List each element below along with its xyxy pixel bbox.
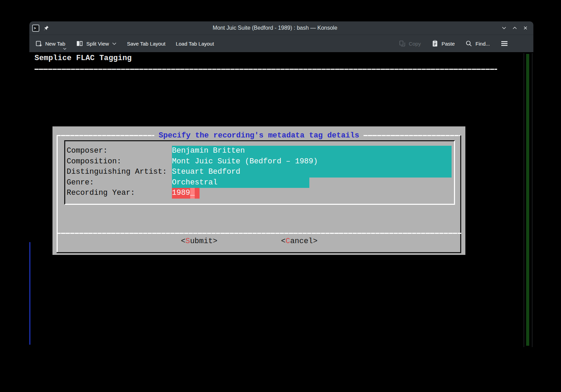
composer-field[interactable]: Benjamin Britten	[172, 146, 452, 156]
paste-button[interactable]: Paste	[431, 40, 455, 47]
form-row-composer: Composer: Benjamin Britten	[67, 146, 454, 156]
header-underline	[35, 69, 497, 70]
genre-label: Genre:	[67, 178, 172, 188]
genre-field[interactable]: Orchestral	[172, 178, 309, 188]
button-row-separator	[57, 233, 461, 234]
cancel-button[interactable]: <Cancel>	[281, 236, 318, 247]
konsole-window: > Mont Juic Suite (Bedford - 1989) : bas…	[29, 21, 533, 348]
chevron-down-icon minimize-button[interactable]	[501, 25, 507, 31]
app-icon[interactable]: >	[32, 25, 39, 32]
split-view-label: Split View	[86, 41, 109, 47]
find-label: Find...	[475, 41, 490, 47]
cancel-label-rest: ancel	[290, 237, 313, 246]
titlebar: > Mont Juic Suite (Bedford - 1989) : bas…	[29, 21, 533, 35]
submit-bracket-close: >	[213, 237, 217, 246]
toolbar: New Tab Split View Save Tab Layout Load …	[29, 35, 533, 52]
window-right-edge	[532, 53, 532, 347]
composition-field[interactable]: Mont Juic Suite (Bedford – 1989)	[172, 156, 452, 167]
recording-year-label: Recording Year:	[67, 188, 172, 199]
dialog-border-left	[57, 135, 58, 252]
text-cursor: _	[190, 188, 195, 199]
paste-icon	[431, 40, 439, 47]
scrollbar-track-border	[524, 53, 524, 347]
window-title: Mont Juic Suite (Bedford - 1989) : bash …	[49, 25, 501, 31]
save-tab-layout-label: Save Tab Layout	[127, 41, 165, 47]
close-icon close-button[interactable]	[522, 25, 529, 31]
split-view-button[interactable]: Split View	[76, 40, 117, 47]
save-tab-layout-button[interactable]: Save Tab Layout	[127, 41, 165, 47]
new-tab-icon	[35, 40, 42, 47]
pin-icon[interactable]	[43, 25, 49, 31]
copy-icon	[398, 40, 406, 47]
recording-year-field[interactable]: 1989_	[172, 188, 200, 199]
composition-label: Composition:	[67, 156, 172, 167]
copy-button[interactable]: Copy	[398, 40, 421, 47]
dialog-title: Specify the recording's metadata tag det…	[154, 131, 364, 140]
submit-hotkey: S	[185, 237, 190, 246]
new-tab-button[interactable]: New Tab	[35, 40, 65, 47]
dialog-border-bottom	[57, 252, 461, 253]
form-row-composition: Composition: Mont Juic Suite (Bedford – …	[67, 156, 454, 167]
dialog-border-right	[460, 135, 461, 252]
dialog-border-top-right	[364, 135, 461, 136]
recording-year-value: 1989	[172, 189, 190, 197]
hamburger-menu-icon	[500, 40, 509, 47]
distinguishing-artist-field[interactable]: Steuart Bedford	[172, 167, 452, 178]
form-row-genre: Genre: Orchestral	[67, 178, 454, 188]
find-button[interactable]: Find...	[465, 40, 490, 47]
search-icon	[465, 40, 473, 47]
new-tab-label: New Tab	[45, 41, 65, 47]
load-tab-layout-label: Load Tab Layout	[176, 41, 214, 47]
metadata-form: Composer: Benjamin Britten Composition: …	[64, 140, 455, 205]
cancel-bracket-open: <	[281, 237, 286, 246]
terminal-app-title: Semplice FLAC Tagging	[35, 54, 132, 63]
terminal-screen[interactable]: Semplice FLAC Tagging Specify the record…	[29, 52, 533, 348]
dialog-title-row: Specify the recording's metadata tag det…	[57, 131, 461, 140]
split-view-icon	[76, 40, 84, 47]
scrollbar-thumb[interactable]	[526, 54, 529, 346]
submit-bracket-open: <	[181, 237, 185, 246]
form-row-recording-year: Recording Year: 1989_	[67, 188, 454, 199]
dialog-border-top-left	[57, 135, 154, 136]
copy-label: Copy	[409, 41, 421, 47]
chevron-up-icon maximize-button[interactable]	[512, 25, 518, 31]
paste-label: Paste	[442, 41, 455, 47]
left-edge-accent-line	[29, 242, 30, 345]
distinguishing-artist-label: Distinguishing Artist:	[67, 167, 172, 178]
metadata-dialog: Specify the recording's metadata tag det…	[52, 126, 465, 255]
cancel-bracket-close: >	[313, 237, 317, 246]
composer-label: Composer:	[67, 146, 172, 156]
form-row-distinguishing-artist: Distinguishing Artist: Steuart Bedford	[67, 167, 454, 178]
menu-button[interactable]	[500, 40, 509, 47]
submit-label-rest: ubmit	[190, 237, 213, 246]
chevron-down-icon	[63, 48, 67, 50]
submit-button[interactable]: <Submit>	[181, 236, 217, 247]
chevron-down-icon	[112, 42, 117, 45]
cancel-hotkey: C	[286, 237, 290, 246]
load-tab-layout-button[interactable]: Load Tab Layout	[176, 41, 214, 47]
